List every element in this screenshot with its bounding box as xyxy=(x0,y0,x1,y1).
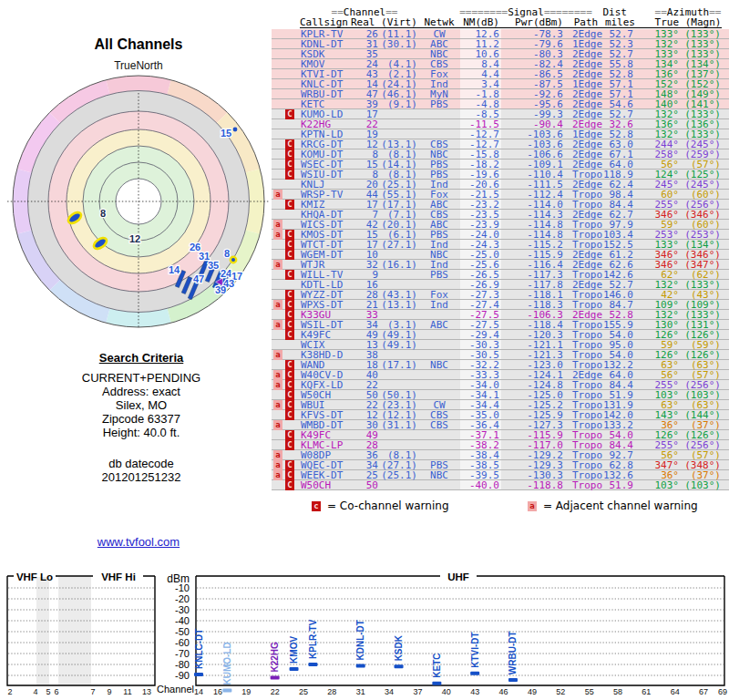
cell-virtual-channel xyxy=(380,370,417,380)
cochannel-warning-icon: C xyxy=(285,250,294,260)
cochannel-warning-icon: C xyxy=(285,400,294,410)
dbm-tick-label: -80 xyxy=(175,659,190,670)
search-height: Height: 40.0 ft. xyxy=(50,427,232,439)
station-signal-bar xyxy=(194,673,203,676)
adjacent-warning-icon: a xyxy=(273,230,282,240)
table-row: CW50CH50-40.0-118.8Tropo51.9103°(103°) xyxy=(272,480,729,490)
dbm-tick-label: -50 xyxy=(175,626,190,637)
adjacent-warning-icon: a xyxy=(273,260,282,270)
cochannel-warning-icon: C xyxy=(285,230,294,240)
uhf-channel-tick: 49 xyxy=(528,687,537,696)
channel-number-label: 35 xyxy=(208,260,219,271)
adjacent-warning-icon: a xyxy=(273,470,282,480)
dbm-tick-label: -40 xyxy=(175,615,190,626)
cell-virtual-channel: (13.1) xyxy=(380,300,417,310)
adjacent-warning-icon: a xyxy=(273,190,282,200)
cell-virtual-channel xyxy=(380,430,417,440)
header-pwr-dbm: Pwr(dBm) xyxy=(515,17,563,27)
db-datecode-value: 201201251232 xyxy=(50,471,232,484)
cochannel-warning-icon: C xyxy=(285,370,294,380)
vhf-channel-tick: 5 xyxy=(46,687,50,696)
adjacent-warning-icon: a xyxy=(273,320,282,330)
cell-virtual-channel xyxy=(380,270,417,280)
cochannel-warning-icon: C xyxy=(285,310,294,320)
polar-direction-chart: TrueNorth N 152631352417433914478812 xyxy=(2,55,275,337)
cochannel-warning-icon: c xyxy=(312,501,321,511)
cell-virtual-channel: (17.1) xyxy=(380,360,417,370)
header-true-magn: True (Magn) xyxy=(654,17,722,27)
uhf-channel-tick: 25 xyxy=(299,687,308,696)
cochannel-warning-icon: C xyxy=(285,200,294,210)
cochannel-warning-icon: C xyxy=(285,440,294,450)
cell-virtual-channel: (30.1) xyxy=(380,39,417,49)
uhf-channel-tick: 67 xyxy=(699,687,708,696)
vhf-channel-tick: 7 xyxy=(90,687,95,696)
channel-number-label: 8 xyxy=(100,208,106,219)
adjacent-warning-icon: a xyxy=(273,300,282,310)
station-signal-bar xyxy=(271,675,280,679)
cochannel-warning-icon: C xyxy=(285,390,294,400)
uhf-channel-tick: 64 xyxy=(671,687,680,696)
uhf-channel-tick: 14 xyxy=(194,687,203,696)
vhf-channel-tick: 4 xyxy=(33,687,37,696)
cell-pwr-dbm: -118.8 xyxy=(503,480,563,490)
dbm-tick-label: -10 xyxy=(175,582,190,593)
cell-azimuth-true: 103° xyxy=(639,480,679,490)
station-bar-label: KTVI-DT xyxy=(470,632,480,667)
vhf-gap-band xyxy=(36,577,49,685)
cell-virtual-channel: (25.1) xyxy=(380,470,417,480)
header-miles: miles xyxy=(597,17,635,27)
cochannel-warning-icon: C xyxy=(285,290,294,300)
adjacent-warning-icon: a xyxy=(273,370,282,380)
cochannel-warning-icon: C xyxy=(285,320,294,330)
cochannel-warning-icon: C xyxy=(285,240,294,250)
vhf-channel-tick: 11 xyxy=(123,687,131,696)
legend-cochannel: c= Co-channel warning xyxy=(312,500,449,512)
uhf-channel-tick: 37 xyxy=(413,687,422,696)
station-bars: KNLC-DTKUMO-LDK22HGKMOVKPLR-TVKDNL-DTKSD… xyxy=(194,619,519,692)
uhf-channel-tick: 16 xyxy=(213,687,222,696)
cochannel-warning-icon: C xyxy=(285,330,294,340)
gridlines xyxy=(8,588,724,675)
dbm-tick-labels: -10-20-30-40-50-60-70-80-90 xyxy=(175,582,190,681)
uhf-label: UHF xyxy=(447,571,469,582)
adjacent-warning-icon: a xyxy=(273,460,282,470)
uhf-channel-tick: 55 xyxy=(585,687,594,696)
table-header-columns: Callsign Real (Virt) Netwk NM(dB) Pwr(dB… xyxy=(272,17,729,27)
uhf-channel-tick: 22 xyxy=(271,687,280,696)
tvfool-link[interactable]: www.tvfool.com xyxy=(0,535,277,549)
channel-number-label: 14 xyxy=(169,264,180,275)
db-datecode-label: db datecode xyxy=(50,458,232,470)
cell-virtual-channel: (49.1) xyxy=(380,340,417,350)
cell-virtual-channel: (31.1) xyxy=(380,420,417,430)
cell-virtual-channel xyxy=(380,480,417,490)
cochannel-warning-icon: C xyxy=(285,149,294,160)
station-bar-label: KETC xyxy=(432,653,442,677)
station-bar-label: KNLC-DT xyxy=(194,629,204,669)
dbm-tick-label: -70 xyxy=(175,648,190,659)
station-signal-bar xyxy=(395,664,404,668)
channel-number-label: 12 xyxy=(129,233,140,244)
vhf-station-marker xyxy=(231,257,236,262)
legend-adjacent: a= Adjacent channel warning xyxy=(528,500,698,512)
uhf-channel-tick: 40 xyxy=(442,687,451,696)
vhf-channel-tick: 2 xyxy=(7,687,12,696)
station-dot-marker xyxy=(233,128,238,132)
uhf-channel-tick: 61 xyxy=(642,687,651,696)
uhf-channel-tick: 34 xyxy=(385,687,394,696)
search-criteria: Search Criteria CURRENT+PENDING Address:… xyxy=(50,352,232,485)
station-bar-label: KUMO-LD xyxy=(222,642,232,685)
cochannel-warning-icon: C xyxy=(285,480,294,490)
cell-nm-db: -40.0 xyxy=(452,480,499,490)
station-signal-bar xyxy=(508,678,518,682)
cochannel-warning-icon: C xyxy=(285,410,294,420)
cochannel-warning-icon: C xyxy=(285,160,294,170)
station-bar-label: KSDK xyxy=(394,634,404,661)
header-nm-db: NM(dB) xyxy=(461,17,499,27)
tvfool-report: All Channels TrueNorth N 152631352417433… xyxy=(0,0,729,700)
cell-virtual-channel: (9.1) xyxy=(380,99,417,109)
cochannel-warning-icon: C xyxy=(285,270,294,280)
polar-chart-title: All Channels xyxy=(0,36,277,53)
cell-dist-miles: 51.9 xyxy=(593,480,633,490)
uhf-channel-tick: 43 xyxy=(470,687,479,696)
